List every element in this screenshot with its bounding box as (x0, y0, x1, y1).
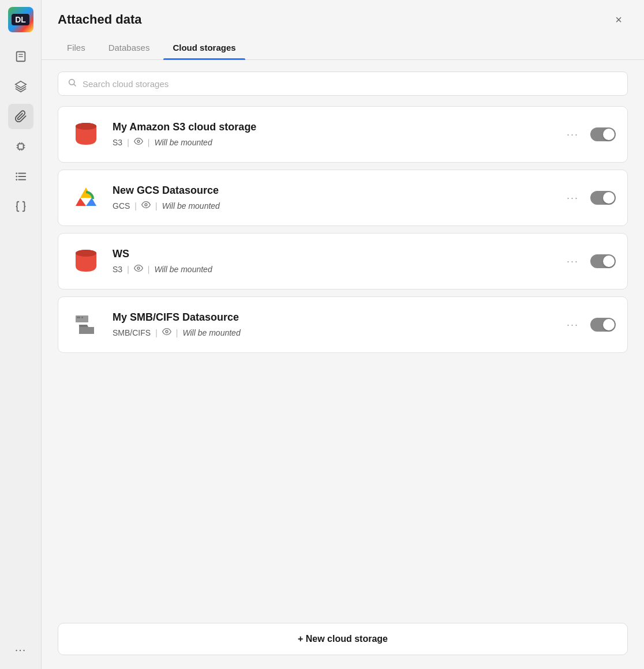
storage-name-gcs-1: New GCS Datasource (113, 185, 552, 197)
sidebar-more-button[interactable]: ··· (8, 637, 33, 662)
toggle-gcs-1[interactable] (590, 191, 616, 205)
new-cloud-storage-button[interactable]: + New cloud storage (58, 623, 628, 655)
storage-item-s3-2: WS S3 | | Will be mounted (58, 233, 628, 290)
storage-meta-s3-2: S3 | | Will be mounted (113, 264, 552, 275)
svg-rect-35 (79, 327, 94, 334)
storage-type-gcs-1: GCS (113, 201, 130, 211)
s3-logo (70, 118, 102, 151)
toggle-smb-1[interactable] (590, 318, 616, 332)
app-logo[interactable]: DL (8, 7, 33, 32)
storage-item-smb-1: My SMB/CIFS Datasource SMB/CIFS | | Will… (58, 296, 628, 353)
divider2: | (176, 328, 178, 337)
sidebar-item-book[interactable] (8, 44, 33, 69)
more-button-smb-1[interactable]: ··· (562, 317, 583, 333)
svg-rect-32 (76, 315, 88, 322)
sidebar-item-chip[interactable] (8, 134, 33, 159)
bottom-bar: + New cloud storage (42, 614, 644, 669)
toggle-s3-2[interactable] (590, 254, 616, 268)
svg-rect-33 (77, 317, 80, 318)
divider2: | (148, 138, 150, 147)
header: Attached data × (42, 0, 644, 29)
divider2: | (148, 265, 150, 274)
svg-point-17 (16, 176, 17, 178)
storage-actions-s3-2: ··· (562, 253, 616, 270)
search-input[interactable] (83, 79, 618, 89)
more-button-gcs-1[interactable]: ··· (562, 190, 583, 206)
storage-meta-gcs-1: GCS | | Will be mounted (113, 200, 552, 211)
storage-meta-smb-1: SMB/CIFS | | Will be mounted (113, 327, 552, 338)
storage-status-s3-2: Will be mounted (154, 265, 212, 274)
svg-rect-4 (18, 144, 23, 149)
tabs-bar: Files Databases Cloud storages (42, 36, 644, 60)
sidebar-item-attachments[interactable] (8, 104, 33, 129)
svg-point-18 (16, 179, 17, 181)
sidebar-item-list[interactable] (8, 164, 33, 189)
svg-point-31 (137, 267, 140, 269)
tab-cloud-storages[interactable]: Cloud storages (163, 36, 245, 59)
svg-point-36 (166, 330, 168, 333)
svg-point-24 (137, 140, 140, 142)
storage-info-s3-2: WS S3 | | Will be mounted (113, 248, 552, 275)
divider: | (134, 201, 137, 211)
storage-actions-s3-1: ··· (562, 126, 616, 143)
storage-list: My Amazon S3 cloud storage S3 | | Will b… (58, 106, 628, 602)
svg-point-23 (76, 123, 96, 130)
sidebar: DL (0, 0, 42, 669)
storage-meta-s3-1: S3 | | Will be mounted (113, 137, 552, 148)
visibility-icon-s3-1[interactable] (134, 137, 143, 148)
divider: | (127, 265, 129, 274)
sidebar-item-braces[interactable] (8, 194, 33, 219)
storage-name-smb-1: My SMB/CIFS Datasource (113, 311, 552, 324)
svg-point-28 (145, 204, 147, 206)
content-area: My Amazon S3 cloud storage S3 | | Will b… (42, 60, 644, 614)
svg-marker-27 (86, 198, 96, 206)
visibility-icon-gcs-1[interactable] (141, 200, 151, 211)
svg-marker-3 (15, 81, 25, 88)
storage-status-gcs-1: Will be mounted (162, 201, 220, 211)
gcs-logo (70, 182, 102, 214)
main-panel: Attached data × Files Databases Cloud st… (42, 0, 644, 669)
storage-type-s3-2: S3 (113, 265, 122, 274)
search-bar (58, 72, 628, 96)
search-icon (68, 78, 77, 89)
close-button[interactable]: × (609, 10, 628, 29)
logo-initials: DL (12, 14, 29, 25)
svg-marker-26 (76, 198, 86, 206)
smb-logo (70, 309, 102, 341)
storage-type-s3-1: S3 (113, 138, 122, 147)
tab-databases[interactable]: Databases (99, 36, 159, 59)
visibility-icon-s3-2[interactable] (134, 264, 143, 275)
storage-info-s3-1: My Amazon S3 cloud storage S3 | | Will b… (113, 121, 552, 148)
svg-line-20 (74, 84, 76, 86)
storage-status-smb-1: Will be mounted (182, 328, 240, 337)
more-button-s3-1[interactable]: ··· (562, 126, 583, 143)
visibility-icon-smb-1[interactable] (162, 327, 171, 338)
storage-actions-gcs-1: ··· (562, 190, 616, 206)
storage-item-gcs-1: New GCS Datasource GCS | | Will be mount… (58, 170, 628, 226)
svg-point-30 (76, 250, 96, 257)
toggle-s3-1[interactable] (590, 127, 616, 141)
storage-type-smb-1: SMB/CIFS (113, 328, 151, 337)
svg-rect-34 (81, 317, 83, 318)
page-title: Attached data (58, 12, 141, 27)
more-button-s3-2[interactable]: ··· (562, 253, 583, 270)
sidebar-item-layers[interactable] (8, 74, 33, 99)
svg-point-16 (16, 172, 17, 174)
storage-status-s3-1: Will be mounted (154, 138, 212, 147)
storage-name-s3-1: My Amazon S3 cloud storage (113, 121, 552, 133)
storage-info-gcs-1: New GCS Datasource GCS | | Will be mount… (113, 185, 552, 211)
divider: | (127, 138, 129, 147)
storage-info-smb-1: My SMB/CIFS Datasource SMB/CIFS | | Will… (113, 311, 552, 338)
tab-files[interactable]: Files (58, 36, 95, 59)
storage-name-s3-2: WS (113, 248, 552, 260)
storage-item-s3-1: My Amazon S3 cloud storage S3 | | Will b… (58, 106, 628, 163)
divider2: | (155, 201, 158, 211)
s3-logo-2 (70, 245, 102, 277)
divider: | (155, 328, 158, 337)
storage-actions-smb-1: ··· (562, 317, 616, 333)
